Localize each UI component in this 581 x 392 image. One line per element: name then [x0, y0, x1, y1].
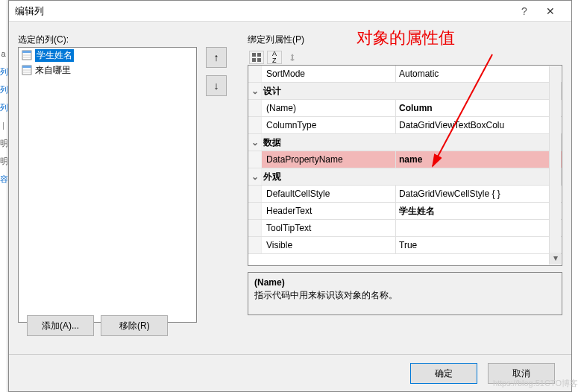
property-value[interactable]: DataGridViewCellStyle { } [396, 186, 562, 202]
svg-rect-5 [22, 66, 31, 68]
list-item-label: 来自哪里 [35, 64, 71, 77]
property-name: DefaultCellStyle [262, 186, 396, 202]
property-name: SortMode [262, 66, 396, 82]
property-row[interactable]: SortModeAutomatic [248, 66, 562, 83]
collapse-icon[interactable]: ⌄ [248, 168, 262, 185]
category-name: 数据 [262, 134, 562, 151]
property-pages-icon[interactable] [285, 51, 300, 64]
property-row[interactable]: VisibleTrue [248, 237, 562, 254]
add-button[interactable]: 添加(A)... [27, 315, 94, 336]
property-name: (Name) [262, 100, 396, 116]
close-button[interactable]: ✕ [536, 5, 565, 17]
categorized-icon[interactable] [249, 51, 264, 64]
expand-gutter [248, 66, 262, 82]
property-row[interactable]: ToolTipText [248, 220, 562, 237]
property-value[interactable]: DataGridViewTextBoxColu [396, 117, 562, 133]
edit-columns-dialog: 编辑列 ? ✕ 选定的列(C): 学生姓名来自哪里 ↑ ↓ 添加(A)... 移… [8, 0, 572, 392]
selected-columns-label: 选定的列(C): [18, 34, 242, 46]
property-row[interactable]: DataPropertyNamename [248, 151, 562, 168]
move-down-button[interactable]: ↓ [206, 75, 227, 96]
move-up-button[interactable]: ↑ [206, 47, 227, 68]
property-name: Visible [262, 237, 396, 253]
category-name: 外观 [262, 168, 562, 185]
property-value[interactable]: Automatic [396, 66, 562, 82]
expand-gutter [248, 203, 262, 219]
collapse-icon[interactable]: ⌄ [248, 134, 262, 151]
expand-gutter [248, 151, 262, 168]
expand-gutter [248, 100, 262, 116]
expand-gutter [248, 237, 262, 253]
property-value[interactable] [396, 220, 562, 236]
bound-column-props-label: 绑定列属性(P) [248, 34, 562, 46]
chevron-down-icon[interactable]: ▾ [550, 253, 561, 265]
svg-rect-8 [252, 53, 256, 57]
expand-gutter [248, 117, 262, 133]
expand-gutter [248, 186, 262, 202]
description-title: (Name) [254, 277, 556, 288]
scrollbar[interactable]: ▾ [549, 66, 561, 265]
property-name: DataPropertyName [262, 151, 396, 168]
property-toolbar: AZ [248, 49, 562, 66]
property-row[interactable]: (Name)Column [248, 100, 562, 117]
dialog-footer: 确定 取消 [9, 354, 571, 391]
ok-button[interactable]: 确定 [410, 363, 477, 384]
svg-rect-1 [22, 51, 31, 53]
property-value[interactable]: Column [396, 100, 562, 116]
alphabetical-icon[interactable]: AZ [267, 51, 282, 64]
property-category[interactable]: ⌄设计 [248, 83, 562, 100]
remove-button[interactable]: 移除(R) [101, 315, 168, 336]
property-category[interactable]: ⌄外观 [248, 168, 562, 186]
property-name: HeaderText [262, 203, 396, 219]
list-item[interactable]: 学生姓名 [19, 48, 196, 63]
property-value[interactable]: 学生姓名 [396, 203, 562, 219]
property-value[interactable]: True [396, 237, 562, 253]
watermark: https://blog.51CTO博客 [493, 378, 578, 389]
background-side-strip: a列列列|明明容 [0, 0, 7, 392]
column-icon [22, 65, 32, 75]
title-bar: 编辑列 ? ✕ [9, 1, 571, 22]
list-item-label: 学生姓名 [35, 49, 74, 62]
svg-rect-11 [257, 58, 261, 62]
description-pane: (Name) 指示代码中用来标识该对象的名称。 [248, 272, 562, 315]
svg-rect-10 [252, 58, 256, 62]
property-value[interactable]: name [396, 151, 562, 168]
help-button[interactable]: ? [513, 5, 536, 17]
property-row[interactable]: HeaderText学生姓名 [248, 203, 562, 220]
collapse-icon[interactable]: ⌄ [248, 83, 262, 99]
property-grid[interactable]: SortModeAutomatic⌄设计(Name)ColumnColumnTy… [248, 65, 562, 266]
expand-gutter [248, 220, 262, 236]
columns-list[interactable]: 学生姓名来自哪里 [18, 47, 197, 323]
dialog-title: 编辑列 [15, 4, 513, 18]
property-row[interactable]: ColumnTypeDataGridViewTextBoxColu [248, 117, 562, 134]
description-text: 指示代码中用来标识该对象的名称。 [254, 289, 556, 302]
list-item[interactable]: 来自哪里 [19, 63, 196, 78]
property-name: ColumnType [262, 117, 396, 133]
property-name: ToolTipText [262, 220, 396, 236]
property-row[interactable]: DefaultCellStyleDataGridViewCellStyle { … [248, 186, 562, 203]
category-name: 设计 [262, 83, 562, 99]
column-icon [22, 50, 32, 60]
svg-rect-9 [257, 53, 261, 57]
property-category[interactable]: ⌄数据 [248, 134, 562, 151]
